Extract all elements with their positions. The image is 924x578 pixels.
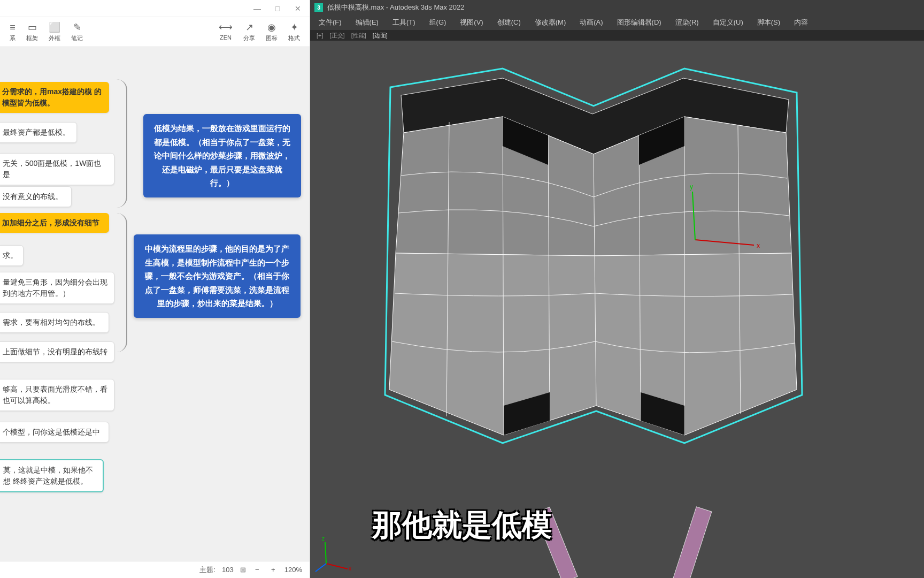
- mindmap-app: — □ ✕ ≡系▭框架⬜外框✎笔记 ⟷ZEN↗分享◉图标✦格式 分需求的，用ma…: [0, 0, 310, 578]
- toolbar-button[interactable]: ✎笔记: [66, 21, 88, 42]
- zoom-in-button[interactable]: +: [268, 566, 278, 574]
- bracket-line: [117, 79, 127, 208]
- toolbar-label: 图标: [266, 34, 278, 42]
- toolbar-icon: ↗: [245, 21, 253, 33]
- window-titlebar: — □ ✕: [0, 0, 310, 17]
- menu-item[interactable]: 编辑(E): [349, 16, 385, 29]
- svg-line-19: [325, 542, 326, 564]
- menu-item[interactable]: 文件(F): [312, 16, 348, 29]
- 3d-viewport[interactable]: x y x z: [310, 41, 924, 578]
- bracket-line: [117, 213, 127, 352]
- mindmap-canvas[interactable]: 分需求的，用max搭建的模 的模型皆为低模。 最终资产都是低模。 无关，500面…: [0, 47, 310, 561]
- map-icon[interactable]: ⊞: [240, 566, 246, 574]
- viewport-tab[interactable]: [性能]: [349, 32, 368, 40]
- toolbar-button[interactable]: ⟷ZEN: [213, 21, 238, 42]
- mindmap-node[interactable]: 个模型，问你这是低模还是中: [0, 422, 109, 443]
- toolbar-icon: ◉: [267, 21, 276, 33]
- video-subtitle: 那他就是低模: [372, 505, 552, 546]
- menu-item[interactable]: 视图(V): [453, 16, 489, 29]
- viewport-tab[interactable]: [边面]: [371, 32, 390, 40]
- toolbar-icon: ▭: [28, 21, 37, 33]
- toolbar-button[interactable]: ✦格式: [283, 21, 305, 42]
- menu-item[interactable]: 渲染(R): [669, 16, 705, 29]
- toolbar-button[interactable]: ↗分享: [238, 21, 260, 42]
- toolbar-label: 分享: [243, 34, 255, 42]
- max-titlebar: 3 低模中模高模.max - Autodesk 3ds Max 2022: [310, 0, 924, 15]
- menu-item[interactable]: 图形编辑器(D): [611, 16, 668, 29]
- toolbar-button[interactable]: ◉图标: [260, 21, 283, 42]
- menu-item[interactable]: 修改器(M): [528, 16, 573, 29]
- toolbar-icon: ✦: [290, 21, 298, 33]
- mindmap-node[interactable]: 上面做细节，没有明显的布线转: [0, 341, 114, 362]
- mindmap-node[interactable]: 莫，这就是中模，如果他不想 终终资产这就是低模。: [0, 459, 104, 492]
- svg-text:x: x: [349, 566, 351, 572]
- menu-item[interactable]: 创建(C): [491, 16, 527, 29]
- close-icon[interactable]: ✕: [292, 4, 303, 13]
- toolbar-label: 格式: [288, 34, 300, 42]
- svg-text:z: z: [322, 536, 325, 542]
- viewport-tabs: [+][正交][性能][边面]: [310, 30, 924, 41]
- mindmap-node[interactable]: 量避免三角形，因为细分会出现 到的地方不用管。）: [0, 272, 114, 304]
- status-bar: 主题: 103 ⊞ − + 120%: [0, 561, 310, 578]
- toolbar-label: 系: [10, 34, 16, 42]
- zoom-level[interactable]: 120%: [284, 566, 302, 574]
- mindmap-node[interactable]: 没有意义的布线。: [0, 186, 72, 207]
- maximize-icon[interactable]: □: [272, 4, 283, 13]
- world-axis-icon: x z: [315, 536, 351, 572]
- menu-item[interactable]: 内容: [788, 16, 814, 29]
- mindmap-node[interactable]: 求。: [0, 245, 24, 266]
- menu-item[interactable]: 脚本(S): [751, 16, 787, 29]
- blue-card[interactable]: 低模为结果，一般放在游戏里面运行的都是低模。（相当于你点了一盘菜，无论中间什么样…: [143, 114, 301, 197]
- 3dsmax-logo-icon: 3: [314, 3, 323, 12]
- mindmap-node[interactable]: 够高，只要表面光滑度不错，看 也可以算高模。: [0, 379, 114, 411]
- mindmap-node[interactable]: 需求，要有相对均匀的布线。: [0, 312, 109, 333]
- mindmap-node[interactable]: 分需求的，用max搭建的模 的模型皆为低模。: [0, 82, 109, 113]
- toolbar-label: ZEN: [220, 34, 232, 41]
- menu-item[interactable]: 动画(A): [573, 16, 609, 29]
- zoom-out-button[interactable]: −: [252, 566, 262, 574]
- mindmap-node[interactable]: 最终资产都是低模。: [0, 122, 77, 143]
- toolbar-icon: ✎: [73, 21, 81, 33]
- svg-line-18: [326, 564, 348, 569]
- viewport-tab[interactable]: [+]: [314, 32, 326, 39]
- toolbar-label: 框架: [26, 34, 38, 42]
- viewport-svg: x y x z: [310, 41, 924, 578]
- toolbar-button[interactable]: ⬜外框: [43, 21, 66, 42]
- svg-marker-2: [389, 253, 797, 435]
- max-menubar: 文件(F)编辑(E)工具(T)组(G)视图(V)创建(C)修改器(M)动画(A)…: [310, 15, 924, 30]
- svg-text:x: x: [757, 242, 760, 249]
- toolbar-label: 笔记: [71, 34, 83, 42]
- blue-card[interactable]: 中模为流程里的步骤，他的目的是为了产生高模，是模型制作流程中产生的一个步骤，一般…: [134, 234, 301, 318]
- toolbar-button[interactable]: ≡系: [4, 21, 21, 42]
- menu-item[interactable]: 工具(T): [386, 16, 422, 29]
- menu-item[interactable]: 自定义(U): [706, 16, 750, 29]
- toolbar-icon: ⬜: [49, 21, 60, 33]
- mindmap-node[interactable]: 无关，500面是低模，1W面也是: [0, 153, 114, 185]
- theme-count: 103: [222, 566, 234, 574]
- viewport-tab[interactable]: [正交]: [328, 32, 347, 40]
- toolbar-label: 外框: [49, 34, 60, 42]
- toolbar-button[interactable]: ▭框架: [21, 21, 43, 42]
- menu-item[interactable]: 组(G): [423, 16, 453, 29]
- mindmap-node[interactable]: 加加细分之后，形成没有细节: [0, 213, 109, 233]
- svg-text:y: y: [690, 183, 693, 191]
- toolbar-icon: ⟷: [219, 21, 233, 33]
- max-title-text: 低模中模高模.max - Autodesk 3ds Max 2022: [327, 3, 464, 12]
- svg-line-20: [315, 564, 326, 572]
- minimize-icon[interactable]: —: [252, 4, 263, 13]
- svg-rect-24: [673, 507, 712, 578]
- toolbar: ≡系▭框架⬜外框✎笔记 ⟷ZEN↗分享◉图标✦格式: [0, 17, 310, 47]
- 3dsmax-app: 3 低模中模高模.max - Autodesk 3ds Max 2022 文件(…: [310, 0, 924, 578]
- theme-label: 主题:: [199, 565, 215, 575]
- cylinder: [535, 507, 712, 578]
- toolbar-icon: ≡: [10, 21, 16, 33]
